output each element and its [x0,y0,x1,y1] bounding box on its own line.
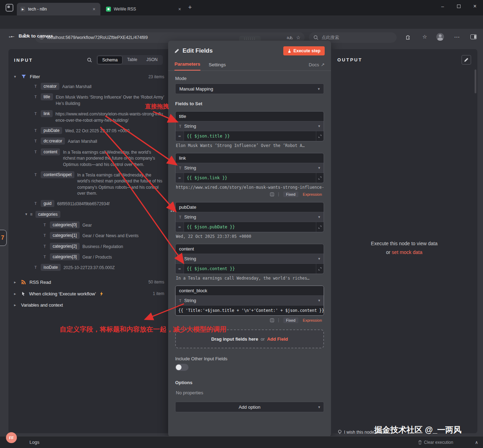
scrollbar[interactable] [475,69,476,93]
expression-text[interactable]: {{ $json.title }} [184,131,316,141]
schema-row: T isoDate 2025-10-22T23:37:05.000Z [34,264,164,271]
logs-label[interactable]: Logs [29,440,39,445]
field-value-input[interactable]: {{ 'Title:'+$json.title + '\n'+'Content:… [176,306,324,315]
expression-text[interactable]: {{ $json.content }} [184,264,316,274]
schema-group-categories[interactable]: ▾ ≡ categories [25,211,164,218]
collapse-logs-icon[interactable]: ∧ [475,440,478,445]
mode-select[interactable]: Manual Mapping ▾ [175,83,324,94]
favorites-bar-icon[interactable]: ☆ [421,33,429,41]
input-section-filter[interactable]: ▾ Filter 23 items [14,74,164,79]
field-type-select[interactable]: T String ▾ [176,121,324,131]
field-value-input[interactable]: = {{ $json.title }} [176,131,324,141]
expression-text[interactable]: {{ $json.pubDate }} [184,222,316,232]
expand-expression-icon[interactable] [316,173,324,183]
logs-bar[interactable]: Logs Clear execution ∧ [0,436,483,448]
schema-row: T title Elon Musk Wants ‘Strong Influenc… [34,93,164,107]
output-panel: OUTPUT Execute this node to view data or… [331,49,477,433]
schema-key[interactable]: isoDate [41,264,61,271]
schema-key[interactable]: title [41,93,53,100]
add-field-link[interactable]: Add Field [267,336,288,342]
columns-icon[interactable] [270,318,274,322]
schema-key[interactable]: categories[1] [50,232,80,239]
execute-step-button[interactable]: Execute step [283,46,325,55]
back-to-canvas-link[interactable]: ← Back to canvas [10,33,53,39]
schema-key[interactable]: categories[0] [50,221,80,228]
field-name-input[interactable] [176,286,324,296]
schema-key[interactable]: contentSnippet [41,171,74,178]
tab-json[interactable]: JSON [142,56,162,64]
schema-key[interactable]: categories [35,211,60,218]
profile-avatar[interactable] [436,33,444,41]
type-string-icon: T [44,244,47,248]
schema-key[interactable]: creator [41,83,59,90]
extensions-icon[interactable] [404,33,412,41]
close-window-button[interactable]: × [467,0,483,13]
field-value-input[interactable]: = {{ $json.content }} [176,264,324,274]
kebab-menu-icon[interactable]: ⋮ [277,318,281,323]
field-type-select[interactable]: T String ▾ [176,254,324,264]
input-section-variables[interactable]: ▸ Variables and context [14,303,164,308]
field-type-select[interactable]: T String ▾ [176,296,324,306]
tab-parameters[interactable]: Parameters [174,61,200,71]
schema-key[interactable]: pubDate [41,127,62,134]
value-mode-toggle: ⋮ Fixed Expression [175,190,324,197]
field-name-input[interactable] [176,153,324,163]
expression-text[interactable]: {{ $json.link }} [184,173,316,183]
schema-row: T guid 68f95911d384f9bb6572934f [34,200,164,207]
expand-expression-icon[interactable] [316,264,324,274]
schema-key[interactable]: dc:creator [41,138,65,145]
field-name-input[interactable] [176,112,324,121]
browser-tab-n8n[interactable]: ▶ tech - n8n × [17,3,100,15]
field-name-input[interactable] [176,202,324,212]
set-mock-data-link[interactable]: set mock data [392,249,422,255]
minimize-button[interactable]: – [435,0,451,13]
fixed-toggle[interactable]: Fixed [283,192,298,197]
expand-expression-icon[interactable] [316,222,324,232]
expand-expression-icon[interactable] [316,131,324,141]
schema-key[interactable]: categories[3] [50,253,80,260]
menu-icon[interactable]: ⋯ [453,33,461,41]
side-badge[interactable]: 7 [0,230,7,246]
favorite-star-icon[interactable]: ☆ [296,35,300,40]
edit-output-button[interactable] [462,55,471,65]
expression-text[interactable]: {{ 'Title:'+$json.title + '\n'+'Content:… [176,306,324,315]
clear-execution-button[interactable]: Clear execution [418,440,453,445]
tab-settings[interactable]: Settings [209,62,226,71]
tab-table[interactable]: Table [123,56,142,64]
user-avatar[interactable]: FF [6,432,17,443]
include-other-fields-toggle[interactable] [175,364,188,371]
fixed-toggle[interactable]: Fixed [283,317,298,323]
field-value-input[interactable]: = {{ $json.link }} [176,173,324,183]
drag-input-fields-area[interactable]: Drag input fields here or Add Field [175,329,324,348]
sidebar-icon[interactable] [469,33,478,41]
tab-schema[interactable]: Schema [97,56,123,64]
input-section-rss-read[interactable]: ▸ RSS Read 50 items [14,280,164,285]
field-name-input[interactable] [176,244,324,254]
translate-icon[interactable]: aあ [287,35,293,40]
chevron-down-icon: ▾ [318,215,320,219]
add-option-select[interactable]: Add option ▾ [175,402,324,412]
new-tab-button[interactable]: + [188,4,192,11]
maximize-button[interactable] [451,0,467,13]
tab-actions-icon[interactable] [6,4,13,12]
schema-key[interactable]: content [41,148,60,155]
kebab-menu-icon[interactable]: ⋮ [277,192,281,197]
field-value-input[interactable]: = {{ $json.pubDate }} [176,222,324,232]
expression-toggle[interactable]: Expression [301,192,324,197]
schema-key[interactable]: guid [41,200,54,207]
columns-icon[interactable] [270,192,274,196]
field-type-select[interactable]: T String ▾ [176,163,324,173]
schema-key[interactable]: link [41,110,53,117]
expression-toggle[interactable]: Expression [301,317,324,323]
close-tab-icon[interactable]: × [177,6,183,12]
close-tab-icon[interactable]: × [91,6,97,12]
schema-key[interactable]: categories[2] [50,243,80,250]
dialog-body: Mode Manual Mapping ▾ Fields to Set T St… [168,71,331,412]
field-type-select[interactable]: T String ▾ [176,212,324,222]
docs-link[interactable]: Docs ↗ [309,62,325,71]
field-group-title: T String ▾ = {{ $json.title }} Elon Musk… [175,111,324,148]
search-icon[interactable] [87,57,92,63]
drag-grip-icon[interactable] [171,206,172,207]
input-section-manual-trigger[interactable]: ▸ When clicking ‘Execute workflow’ 1 ite… [14,291,164,296]
browser-tab-wewe[interactable]: WeWe RSS × [102,3,186,15]
